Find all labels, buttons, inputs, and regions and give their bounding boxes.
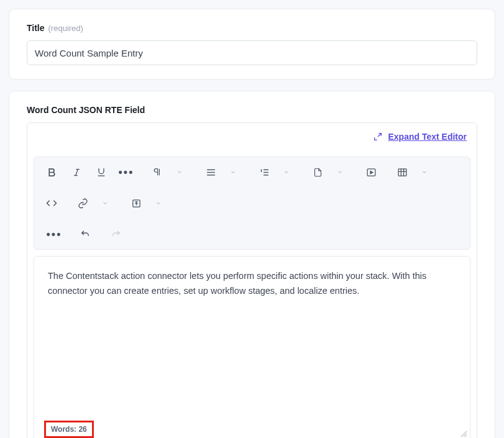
extension-button[interactable] bbox=[126, 193, 146, 213]
rte-wrapper: Expand Text Editor ••• bbox=[27, 122, 477, 438]
extension-group bbox=[126, 193, 168, 213]
list-button[interactable] bbox=[254, 162, 274, 182]
link-group bbox=[73, 193, 115, 213]
more-formatting-button[interactable]: ••• bbox=[116, 162, 136, 182]
italic-button[interactable] bbox=[66, 162, 86, 182]
expand-icon bbox=[373, 132, 383, 142]
svg-rect-12 bbox=[398, 168, 406, 175]
code-group bbox=[42, 193, 62, 213]
rte-editor[interactable]: The Contentstack action connector lets y… bbox=[34, 256, 470, 438]
underline-button[interactable] bbox=[91, 162, 111, 182]
chevron-down-icon bbox=[170, 162, 190, 182]
title-input[interactable] bbox=[27, 40, 477, 65]
format-group: ••• bbox=[42, 162, 136, 182]
rte-label-text: Word Count JSON RTE Field bbox=[27, 105, 145, 115]
align-button[interactable] bbox=[201, 162, 221, 182]
list-group bbox=[254, 162, 296, 182]
resize-handle-icon[interactable] bbox=[460, 429, 467, 438]
bold-button[interactable] bbox=[42, 162, 62, 182]
word-count-badge: Words: 26 bbox=[44, 421, 94, 438]
chevron-down-icon bbox=[95, 193, 115, 213]
more-options-button[interactable]: ••• bbox=[44, 224, 64, 244]
rte-header: Expand Text Editor bbox=[27, 123, 477, 150]
paragraph-style-button[interactable] bbox=[147, 162, 167, 182]
rte-content[interactable]: The Contentstack action connector lets y… bbox=[48, 269, 456, 416]
rte-card: Word Count JSON RTE Field Expand Text Ed… bbox=[9, 91, 495, 438]
chevron-down-icon bbox=[223, 162, 243, 182]
document-button[interactable] bbox=[308, 162, 328, 182]
document-group bbox=[308, 162, 350, 182]
paragraph-group bbox=[147, 162, 190, 182]
redo-button[interactable] bbox=[106, 224, 126, 244]
chevron-down-icon bbox=[277, 162, 296, 182]
video-button[interactable] bbox=[361, 162, 381, 182]
table-button[interactable] bbox=[392, 162, 412, 182]
svg-line-22 bbox=[466, 436, 467, 437]
title-label: Title (required) bbox=[27, 23, 477, 33]
toolbar-row-2: ••• bbox=[42, 224, 462, 244]
code-button[interactable] bbox=[42, 193, 62, 213]
title-label-text: Title bbox=[27, 23, 45, 33]
svg-marker-11 bbox=[370, 171, 373, 173]
table-group bbox=[392, 162, 434, 182]
title-hint: (required) bbox=[48, 24, 83, 33]
undo-button[interactable] bbox=[75, 224, 95, 244]
rte-toolbar: ••• bbox=[34, 157, 470, 250]
chevron-down-icon bbox=[330, 162, 350, 182]
media-group bbox=[361, 162, 381, 182]
expand-text-editor-link[interactable]: Expand Text Editor bbox=[388, 132, 467, 142]
link-button[interactable] bbox=[73, 193, 93, 213]
title-card: Title (required) bbox=[9, 9, 495, 80]
svg-line-2 bbox=[75, 169, 78, 175]
chevron-down-icon bbox=[149, 193, 168, 213]
align-group bbox=[201, 162, 243, 182]
rte-label: Word Count JSON RTE Field bbox=[27, 105, 477, 115]
chevron-down-icon bbox=[415, 162, 434, 182]
